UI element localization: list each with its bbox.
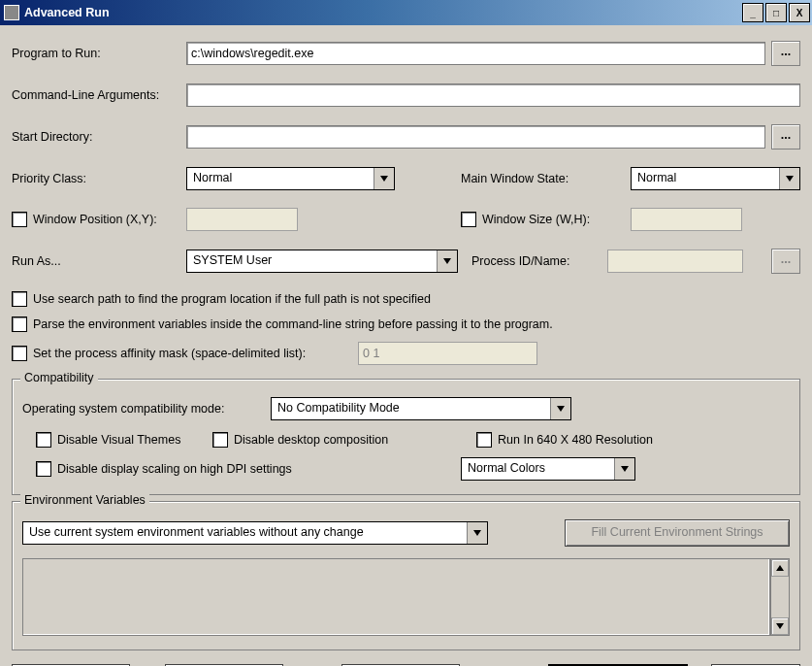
program-input[interactable]: [186, 42, 765, 65]
disable-dpi-checkbox[interactable]: [36, 461, 51, 477]
chevron-down-icon: [779, 168, 799, 189]
parseenv-label: Parse the environment variables inside t…: [33, 317, 553, 331]
run-640-label: Run In 640 X 480 Resolution: [498, 433, 653, 447]
run-640-checkbox[interactable]: [476, 432, 492, 448]
parseenv-checkbox[interactable]: [12, 316, 27, 332]
colors-dropdown[interactable]: Normal Colors: [461, 457, 635, 481]
chevron-down-icon: [550, 398, 570, 419]
startdir-label: Start Directory:: [12, 130, 186, 144]
runas-label: Run As...: [12, 254, 186, 268]
program-browse-button[interactable]: ...: [771, 41, 800, 66]
chevron-down-icon: [437, 250, 457, 272]
env-mode-dropdown[interactable]: Use current system environment variables…: [22, 521, 488, 545]
disable-dpi-label: Disable display scaling on high DPI sett…: [57, 462, 461, 476]
app-icon: [4, 5, 19, 20]
winpos-input[interactable]: [186, 208, 298, 231]
mainwin-label: Main Window State:: [461, 172, 631, 185]
winsize-label: Window Size (W,H):: [482, 213, 631, 226]
affinity-input[interactable]: [358, 342, 537, 365]
startdir-input[interactable]: [186, 125, 765, 149]
runas-dropdown[interactable]: SYSTEM User: [186, 250, 458, 273]
maximize-button[interactable]: □: [765, 3, 787, 22]
osmode-dropdown[interactable]: No Compatibility Mode: [271, 397, 571, 420]
chevron-down-icon: [614, 458, 634, 480]
title-bar: Advanced Run _ □ X: [0, 0, 812, 25]
scroll-down-icon[interactable]: [771, 617, 789, 635]
chevron-down-icon: [374, 168, 394, 189]
winsize-checkbox[interactable]: [461, 212, 476, 227]
env-textarea[interactable]: [22, 558, 770, 636]
affinity-label: Set the process affinity mask (space-del…: [33, 347, 358, 360]
winpos-checkbox[interactable]: [12, 212, 27, 227]
disable-themes-label: Disable Visual Themes: [57, 433, 212, 447]
winsize-input[interactable]: [631, 208, 742, 231]
program-label: Program to Run:: [12, 47, 186, 60]
disable-composition-checkbox[interactable]: [212, 432, 228, 448]
pid-label: Process ID/Name:: [471, 254, 607, 268]
mainwin-dropdown[interactable]: Normal: [631, 167, 800, 190]
cmdline-label: Command-Line Arguments:: [12, 88, 186, 102]
searchpath-label: Use search path to find the program loca…: [33, 292, 431, 306]
compatibility-group: Compatibility Operating system compatibi…: [12, 379, 800, 495]
startdir-browse-button[interactable]: ...: [771, 124, 800, 150]
compatibility-legend: Compatibility: [20, 371, 98, 384]
winpos-label: Window Position (X,Y):: [33, 213, 186, 226]
cmdline-input[interactable]: [186, 83, 800, 107]
env-group: Environment Variables Use current system…: [12, 501, 800, 650]
pid-input[interactable]: [607, 250, 743, 273]
fill-env-button[interactable]: Fill Current Environment Strings: [565, 519, 790, 547]
priority-label: Priority Class:: [12, 172, 186, 185]
window-title: Advanced Run: [24, 6, 110, 19]
disable-composition-label: Disable desktop composition: [234, 433, 476, 447]
osmode-label: Operating system compatibility mode:: [22, 402, 271, 416]
env-legend: Environment Variables: [20, 493, 149, 507]
close-window-button[interactable]: X: [789, 3, 810, 22]
pid-browse-button[interactable]: ...: [771, 249, 800, 274]
affinity-checkbox[interactable]: [12, 346, 27, 361]
minimize-button[interactable]: _: [742, 3, 763, 22]
scroll-up-icon[interactable]: [771, 559, 789, 577]
priority-dropdown[interactable]: Normal: [186, 167, 395, 190]
searchpath-checkbox[interactable]: [12, 291, 27, 307]
env-scrollbar[interactable]: [770, 558, 790, 636]
chevron-down-icon: [467, 522, 487, 544]
disable-themes-checkbox[interactable]: [36, 432, 51, 448]
